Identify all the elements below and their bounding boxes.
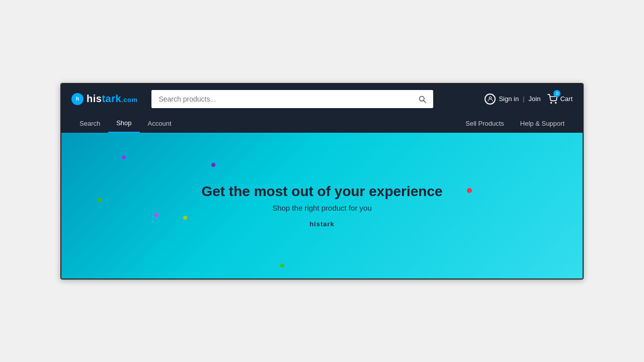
- header-actions: Sign in | Join 0 Cart: [485, 94, 573, 105]
- dot-3: [467, 188, 472, 193]
- logo[interactable]: h histark.com: [71, 93, 137, 105]
- nav-item-help[interactable]: Help & Support: [512, 115, 573, 132]
- hero-subtitle: Shop the right product for you: [201, 204, 442, 212]
- dot-5: [183, 216, 187, 220]
- logo-tark: tark: [102, 93, 121, 104]
- hero-brand: histark: [201, 220, 442, 228]
- nav-item-search[interactable]: Search: [71, 115, 108, 132]
- hero-section: Get the most out of your experience Shop…: [61, 133, 583, 279]
- search-button[interactable]: [411, 90, 433, 108]
- join-text: Join: [529, 95, 541, 103]
- cart-badge: 0: [553, 90, 560, 97]
- cart-link[interactable]: 0 Cart: [547, 94, 573, 104]
- user-icon: [485, 94, 496, 105]
- dot-7: [98, 198, 102, 202]
- search-icon: [418, 95, 426, 103]
- svg-point-3: [551, 102, 552, 103]
- dot-4: [154, 213, 158, 217]
- logo-his: his: [87, 93, 102, 104]
- navbar-bottom: Search Shop Account Sell Products Help &…: [71, 114, 573, 133]
- sign-in-divider: |: [523, 95, 524, 103]
- svg-line-1: [424, 101, 426, 103]
- svg-point-2: [489, 97, 491, 99]
- nav-item-sell[interactable]: Sell Products: [457, 115, 512, 132]
- search-input[interactable]: [151, 90, 411, 108]
- browser-window: h histark.com: [60, 83, 584, 280]
- navbar-top: h histark.com: [71, 84, 573, 114]
- nav-item-account[interactable]: Account: [140, 115, 180, 132]
- dot-1: [122, 155, 126, 159]
- hero-title: Get the most out of your experience: [201, 184, 442, 200]
- navbar: h histark.com: [61, 84, 583, 133]
- sign-in-text: Sign in: [499, 95, 519, 103]
- logo-text: histark.com: [87, 93, 137, 105]
- logo-icon: h: [71, 93, 84, 105]
- sign-in-link[interactable]: Sign in | Join: [485, 94, 540, 105]
- logo-dotcom: .com: [121, 96, 137, 104]
- cart-icon-wrapper: 0: [547, 94, 557, 104]
- cart-label: Cart: [560, 95, 573, 103]
- svg-point-4: [555, 102, 556, 103]
- hero-content: Get the most out of your experience Shop…: [201, 184, 442, 228]
- dot-2: [211, 163, 215, 167]
- search-bar: [151, 90, 433, 108]
- nav-item-shop[interactable]: Shop: [108, 114, 139, 133]
- dot-6: [280, 263, 284, 267]
